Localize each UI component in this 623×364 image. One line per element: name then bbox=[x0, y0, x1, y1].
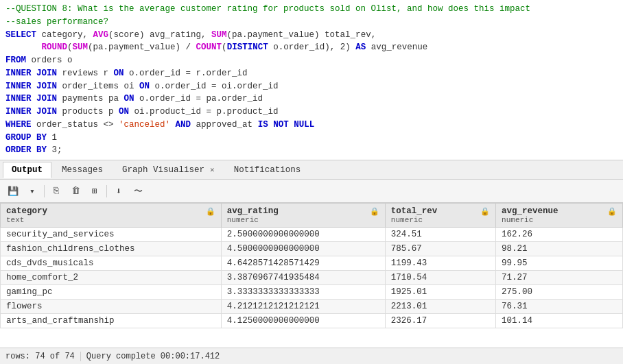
tab-close-icon[interactable]: ✕ bbox=[210, 165, 215, 174]
cell-avg_revenue: 98.21 bbox=[496, 242, 623, 256]
code-line: INNER JOIN reviews r ON o.order_id = r.o… bbox=[5, 67, 618, 80]
table-row[interactable]: cds_dvds_musicals4.64285714285714291199.… bbox=[1, 256, 623, 271]
cell-total_rev: 324.51 bbox=[385, 228, 495, 242]
lock-icon: 🔒 bbox=[370, 207, 379, 216]
lock-icon: 🔒 bbox=[206, 207, 215, 216]
toolbar-separator bbox=[106, 185, 107, 197]
cell-total_rev: 2213.01 bbox=[385, 300, 495, 314]
code-line: INNER JOIN order_items oi ON o.order_id … bbox=[5, 80, 618, 93]
lock-icon: 🔒 bbox=[480, 207, 490, 216]
table-row[interactable]: security_and_services2.50000000000000003… bbox=[1, 228, 623, 242]
cell-avg_rating: 3.3870967741935484 bbox=[221, 271, 385, 285]
col-header-avg_revenue[interactable]: avg_revenue🔒numeric bbox=[496, 204, 623, 228]
status-bar: rows: 74 of 74 Query complete 00:00:17.4… bbox=[0, 348, 623, 364]
code-line: GROUP BY 1 bbox=[5, 132, 618, 145]
tabs-bar: OutputMessagesGraph Visualiser✕Notificat… bbox=[0, 160, 623, 180]
cell-avg_rating: 2.5000000000000000 bbox=[221, 228, 385, 242]
results-table: category🔒textavg_rating🔒numerictotal_rev… bbox=[0, 203, 623, 328]
table-row[interactable]: flowers4.21212121212121212213.0176.31 bbox=[1, 300, 623, 314]
cell-avg_rating: 4.1250000000000000 bbox=[221, 314, 385, 328]
save-icon[interactable]: 💾 bbox=[4, 183, 22, 199]
lock-icon: 🔒 bbox=[607, 207, 617, 216]
cell-category: gaming_pc bbox=[1, 285, 222, 300]
cell-total_rev: 2326.17 bbox=[385, 314, 495, 328]
tab-notifications[interactable]: Notifications bbox=[225, 162, 310, 178]
col-name-label: total_rev bbox=[391, 206, 438, 216]
cell-avg_revenue: 101.14 bbox=[496, 314, 623, 328]
cell-avg_revenue: 275.00 bbox=[496, 285, 623, 300]
cell-category: fashion_childrens_clothes bbox=[1, 242, 222, 256]
tab-output[interactable]: Output bbox=[3, 162, 51, 178]
dropdown-arrow-icon[interactable]: ▾ bbox=[23, 183, 41, 199]
table-row[interactable]: arts_and_craftmanship4.12500000000000002… bbox=[1, 314, 623, 328]
col-name-label: category bbox=[6, 206, 47, 216]
code-editor[interactable]: --QUESTION 8: What is the average custom… bbox=[0, 0, 623, 160]
cell-total_rev: 1925.01 bbox=[385, 285, 495, 300]
col-type-label: numeric bbox=[502, 216, 617, 224]
col-header-total_rev[interactable]: total_rev🔒numeric bbox=[385, 204, 495, 228]
cell-category: flowers bbox=[1, 300, 222, 314]
chart-icon[interactable]: 〜 bbox=[129, 183, 147, 199]
table-row[interactable]: gaming_pc3.33333333333333331925.01275.00 bbox=[1, 285, 623, 300]
tab-graph-visualiser[interactable]: Graph Visualiser✕ bbox=[113, 162, 224, 178]
code-line: WHERE order_status <> 'canceled' AND app… bbox=[5, 119, 618, 132]
cell-category: security_and_services bbox=[1, 228, 222, 242]
results-table-container[interactable]: category🔒textavg_rating🔒numerictotal_rev… bbox=[0, 203, 623, 348]
code-line: SELECT category, AVG(score) avg_rating, … bbox=[5, 29, 618, 42]
table-row[interactable]: fashion_childrens_clothes4.5000000000000… bbox=[1, 242, 623, 256]
col-type-label: numeric bbox=[391, 216, 490, 224]
cell-total_rev: 785.67 bbox=[385, 242, 495, 256]
delete-icon[interactable]: 🗑 bbox=[67, 183, 84, 199]
grid-icon[interactable]: ⊞ bbox=[86, 183, 104, 199]
cell-avg_rating: 4.5000000000000000 bbox=[221, 242, 385, 256]
col-header-avg_rating[interactable]: avg_rating🔒numeric bbox=[221, 204, 385, 228]
code-line: ROUND(SUM(pa.payment_value) / COUNT(DIST… bbox=[5, 41, 618, 54]
cell-total_rev: 1199.43 bbox=[385, 256, 495, 271]
cell-avg_revenue: 76.31 bbox=[496, 300, 623, 314]
tab-label: Output bbox=[12, 165, 43, 175]
table-row[interactable]: home_comfort_23.38709677419354841710.547… bbox=[1, 271, 623, 285]
code-line: --QUESTION 8: What is the average custom… bbox=[5, 3, 618, 16]
cell-avg_rating: 3.3333333333333333 bbox=[221, 285, 385, 300]
cell-total_rev: 1710.54 bbox=[385, 271, 495, 285]
cell-avg_revenue: 162.26 bbox=[496, 228, 623, 242]
tab-messages[interactable]: Messages bbox=[53, 162, 112, 178]
cell-category: home_comfort_2 bbox=[1, 271, 222, 285]
download-icon[interactable]: ⬇ bbox=[110, 183, 128, 199]
cell-category: cds_dvds_musicals bbox=[1, 256, 222, 271]
rows-info: rows: 74 of 74 bbox=[5, 352, 75, 361]
tab-label: Messages bbox=[62, 165, 103, 175]
col-name-label: avg_rating bbox=[227, 206, 279, 216]
cell-avg_rating: 4.2121212121212121 bbox=[221, 300, 385, 314]
tab-label: Notifications bbox=[234, 165, 301, 175]
cell-category: arts_and_craftmanship bbox=[1, 314, 222, 328]
col-header-category[interactable]: category🔒text bbox=[1, 204, 222, 228]
col-type-label: numeric bbox=[227, 216, 379, 224]
cell-avg_rating: 4.6428571428571429 bbox=[221, 256, 385, 271]
code-line: ORDER BY 3; bbox=[5, 144, 618, 157]
copy-icon[interactable]: ⎘ bbox=[47, 183, 65, 199]
bottom-section: OutputMessagesGraph Visualiser✕Notificat… bbox=[0, 160, 623, 364]
col-name-label: avg_revenue bbox=[502, 206, 559, 216]
query-info: Query complete 00:00:17.412 bbox=[86, 352, 220, 361]
main-window: --QUESTION 8: What is the average custom… bbox=[0, 0, 623, 364]
cell-avg_revenue: 99.95 bbox=[496, 256, 623, 271]
code-line: FROM orders o bbox=[5, 54, 618, 67]
cell-avg_revenue: 71.27 bbox=[496, 271, 623, 285]
code-line: --sales performance? bbox=[5, 16, 618, 29]
col-type-label: text bbox=[6, 216, 215, 224]
status-separator bbox=[80, 352, 81, 361]
toolbar: 💾▾⎘🗑⊞⬇〜 bbox=[0, 180, 623, 203]
tab-label: Graph Visualiser bbox=[122, 165, 204, 175]
code-line: INNER JOIN payments pa ON o.order_id = p… bbox=[5, 93, 618, 106]
toolbar-separator bbox=[44, 185, 45, 197]
code-line: INNER JOIN products p ON oi.product_id =… bbox=[5, 106, 618, 119]
